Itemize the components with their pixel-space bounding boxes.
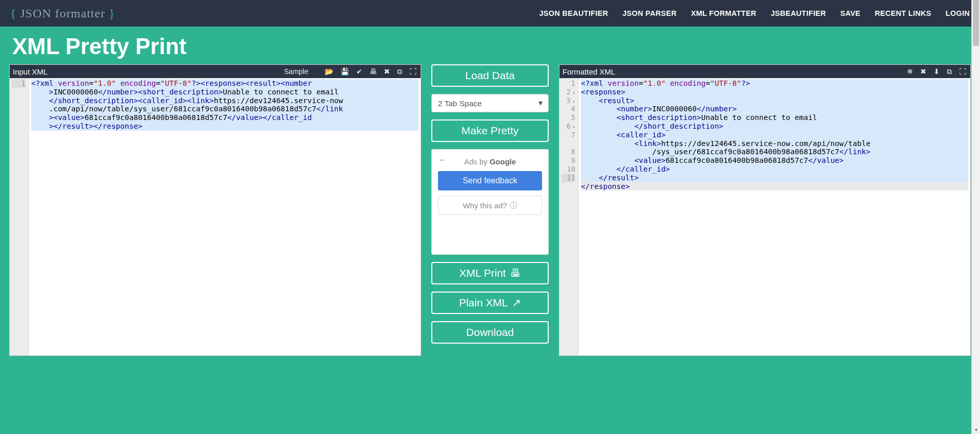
tab-space-select-wrap: 2 Tab Space	[431, 94, 549, 112]
plain-xml-button[interactable]: Plain XML↗	[431, 292, 549, 314]
send-feedback-button[interactable]: Send feedback	[438, 171, 542, 190]
check-icon[interactable]: ✔	[356, 67, 362, 76]
xml-print-button[interactable]: XML Print🖶	[431, 262, 549, 284]
brand-name: JSON formatter	[20, 7, 106, 20]
print-icon[interactable]: 🖶	[370, 67, 377, 76]
scroll-thumb[interactable]	[973, 0, 979, 46]
print-icon: 🖶	[510, 267, 521, 279]
top-navbar: { JSON formatter } JSON BEAUTIFIER JSON …	[0, 0, 980, 27]
workarea: Input XML Sample 📂💾✔🖶✖⧉⛶ 1 <?xml version…	[0, 64, 980, 356]
page-scrollbar[interactable]: ▴ ▾	[971, 0, 980, 434]
clear-icon[interactable]: ✖	[920, 67, 926, 76]
input-panel-header: Input XML Sample 📂💾✔🖶✖⧉⛶	[10, 65, 421, 78]
nav-json-parser[interactable]: JSON PARSER	[622, 9, 676, 17]
copy-icon[interactable]: ⧉	[397, 67, 402, 76]
tree-icon[interactable]: ❄	[907, 67, 913, 76]
why-this-ad-button[interactable]: Why this ad?i	[438, 196, 542, 215]
page-title: XML Pretty Print	[0, 27, 980, 64]
input-panel-title: Input XML	[13, 67, 47, 76]
output-panel-header: Formatted XML ❄✖⬇⧉⛶	[559, 65, 970, 78]
input-code[interactable]: <?xml version="1.0" encoding="UTF-8"?><r…	[29, 78, 421, 355]
save-icon[interactable]: 💾	[340, 67, 349, 76]
brace-close: }	[109, 7, 115, 20]
clear-icon[interactable]: ✖	[384, 67, 390, 76]
fullscreen-icon[interactable]: ⛶	[409, 67, 416, 76]
input-gutter: 1	[10, 78, 29, 355]
download-icon[interactable]: ⬇	[934, 67, 940, 76]
fullscreen-icon[interactable]: ⛶	[959, 67, 966, 76]
input-toolbar: Sample 📂💾✔🖶✖⧉⛶	[284, 67, 416, 76]
output-gutter: 12 ▾3 ▾456 ▾7891011	[559, 78, 579, 355]
copy-icon[interactable]: ⧉	[947, 67, 952, 76]
sample-link[interactable]: Sample	[284, 67, 308, 76]
input-editor[interactable]: 1 <?xml version="1.0" encoding="UTF-8"?>…	[10, 78, 421, 355]
nav-login[interactable]: LOGIN	[946, 9, 970, 17]
ads-by-label: Ads by Google	[438, 157, 542, 166]
ad-box: ← Ads by Google Send feedback Why this a…	[431, 149, 549, 255]
input-panel: Input XML Sample 📂💾✔🖶✖⧉⛶ 1 <?xml version…	[9, 64, 421, 356]
center-column: Load Data 2 Tab Space Make Pretty ← Ads …	[431, 64, 549, 344]
scroll-down-arrow[interactable]: ▾	[972, 425, 980, 434]
make-pretty-button[interactable]: Make Pretty	[431, 119, 549, 142]
info-icon: i	[510, 202, 517, 209]
output-toolbar: ❄✖⬇⧉⛶	[900, 67, 966, 76]
brand-logo[interactable]: { JSON formatter }	[10, 7, 115, 20]
nav-xml-formatter[interactable]: XML FORMATTER	[691, 9, 756, 17]
tab-space-select[interactable]: 2 Tab Space	[431, 94, 549, 112]
nav-recent-links[interactable]: RECENT LINKS	[875, 9, 932, 17]
external-icon: ↗	[512, 297, 521, 309]
output-panel: Formatted XML ❄✖⬇⧉⛶ 12 ▾3 ▾456 ▾7891011 …	[559, 64, 971, 356]
folder-open-icon[interactable]: 📂	[325, 67, 333, 76]
nav-save[interactable]: SAVE	[840, 9, 861, 17]
output-code[interactable]: <?xml version="1.0" encoding="UTF-8"?><r…	[579, 78, 970, 355]
nav-jsbeautifier[interactable]: JSBEAUTIFIER	[771, 9, 826, 17]
brace-open: {	[10, 7, 17, 20]
load-data-button[interactable]: Load Data	[431, 64, 549, 87]
download-button[interactable]: Download	[431, 321, 549, 344]
output-panel-title: Formatted XML	[562, 67, 615, 76]
nav-links: JSON BEAUTIFIER JSON PARSER XML FORMATTE…	[539, 9, 970, 17]
output-editor[interactable]: 12 ▾3 ▾456 ▾7891011 <?xml version="1.0" …	[559, 78, 970, 355]
nav-json-beautifier[interactable]: JSON BEAUTIFIER	[539, 9, 608, 17]
